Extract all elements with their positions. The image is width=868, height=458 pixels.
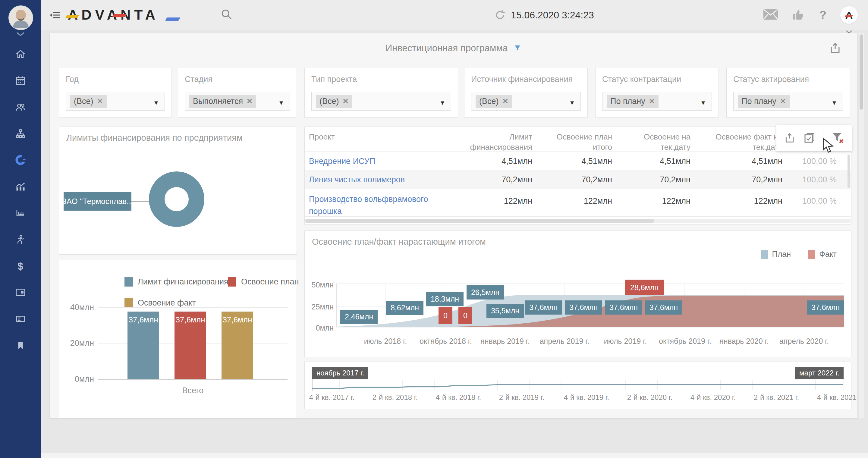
chip-remove-icon[interactable]: ✕ [780,97,786,105]
dropdown-caret-icon[interactable]: ▼ [569,99,575,106]
team-icon[interactable] [14,101,27,113]
quarter-tick: 2-й кв. 2020 г. [621,393,678,402]
dropdown-caret-icon[interactable]: ▼ [439,99,445,106]
range-end-handle[interactable]: март 2022 г. [795,367,844,379]
filter-year: Год (Все)✕ ▼ [59,68,172,118]
mail-icon[interactable] [763,8,778,22]
scrollbar-thumb[interactable] [860,34,863,110]
help-icon[interactable]: ? [819,9,827,22]
logo-blue-mark [165,18,180,21]
home-icon[interactable] [14,48,27,60]
title-filter-funnel-icon[interactable] [513,44,522,53]
table-export-icon[interactable] [784,131,796,144]
table-row[interactable]: Производство вольфврамового порошка 122м… [305,189,851,217]
dropdown-caret-icon[interactable]: ▼ [700,99,706,106]
chip-remove-icon[interactable]: ✕ [502,97,508,105]
filter-label: Источник финансирования [471,75,572,84]
range-sparkline[interactable] [312,377,844,391]
x-tick: апрель 2020 г. [778,337,830,346]
dropdown-caret-icon[interactable]: ▼ [153,99,159,106]
quarter-tick: 2-й кв. 2019 г. [493,393,550,402]
legend-swatch-gold [124,298,133,308]
cell-on-date: 4,51млн [630,157,690,166]
advanta-logo[interactable]: ADVANTA [68,7,182,24]
user-avatar[interactable] [8,5,33,30]
column-header-fact-on-date[interactable]: Освоение факт на тек.дату [710,132,782,152]
project-link[interactable]: Линия чистых полимеров [309,173,405,186]
filter-contracting-status-select[interactable]: По плану✕ ▼ [602,92,712,110]
refresh-icon[interactable] [494,9,506,21]
menu-collapse-icon[interactable] [49,9,61,21]
account-chevron-down-icon [846,24,852,36]
calendar-icon[interactable] [14,75,27,86]
column-header-on-date[interactable]: Освоение на тек.дату [627,132,690,152]
cards-icon[interactable] [14,314,27,325]
bar-value-label: 37,6млн [127,315,159,325]
filter-chip: (Все)✕ [70,95,107,108]
cell-limit: 70,2млн [472,175,532,185]
filter-chip: (Все)✕ [316,95,352,108]
project-link[interactable]: Производство вольфврамового порошка [309,193,430,217]
search-icon[interactable] [220,8,233,21]
x-tick: январь 2020 г. [718,337,770,346]
legend-item: Факт [808,250,837,259]
filter-chip: Выполняется✕ [189,95,256,108]
plan-data-label: 2,46млн [340,310,378,324]
org-structure-icon[interactable] [14,128,27,139]
table-row[interactable]: Внедрение ИСУП 4,51млн 4,51млн 4,51млн 4… [305,152,851,170]
column-header-limit[interactable]: Лимит финансирования [460,132,532,152]
filter-project-type-select[interactable]: (Все)✕ ▼ [311,92,451,110]
gridline [98,307,287,308]
reports-icon[interactable] [14,207,27,219]
filter-acting-status: Статус актирования По плану✕ ▼ [726,68,850,118]
finance-icon[interactable]: $ [14,260,27,272]
account-menu[interactable]: A [840,6,858,24]
filter-acting-status-select[interactable]: По плану✕ ▼ [733,92,843,110]
dropdown-caret-icon[interactable]: ▼ [278,99,284,106]
row-divider [305,216,851,217]
screens-icon[interactable] [14,287,27,298]
bookmark-icon[interactable] [14,340,27,351]
x-tick: июль 2018 г. [360,337,411,346]
column-header-plan-total[interactable]: Освоение план итого [549,132,612,152]
filter-label: Статус контрактации [602,75,681,84]
project-link[interactable]: Внедрение ИСУП [309,155,375,167]
chip-remove-icon[interactable]: ✕ [247,97,253,105]
chip-remove-icon[interactable]: ✕ [97,97,103,105]
thumbs-up-icon[interactable] [791,8,807,22]
bottom-strip [41,453,868,458]
dropdown-caret-icon[interactable]: ▼ [831,99,837,106]
account-initial: A [845,9,853,21]
filter-label: Тип проекта [311,75,357,84]
page-title: Инвестиционная программа [385,43,508,54]
activity-icon[interactable] [14,234,27,245]
bar-limit: 37,6млн [127,312,159,379]
filter-funding-source-select[interactable]: (Все)✕ ▼ [471,92,581,110]
chip-remove-icon[interactable]: ✕ [649,97,655,105]
table-vertical-scrollbar[interactable] [847,155,850,188]
portfolio-dashboard-icon[interactable] [14,154,27,166]
filter-stage-select[interactable]: Выполняется✕ ▼ [185,92,290,110]
dashboard-export-icon[interactable] [829,41,842,55]
x-axis-label: Всего [98,386,287,395]
chip-remove-icon[interactable]: ✕ [343,97,349,105]
filter-chip: По плану✕ [738,95,789,108]
range-start-handle[interactable]: ноябрь 2017 г. [312,367,368,379]
y-tick: 50млн [307,281,334,289]
quarter-tick: 4-й кв. 2020 г. [684,393,742,402]
scrollbar-thumb[interactable] [305,219,654,223]
quarter-tick: 4-й кв. 2018 г. [430,393,487,402]
table-row[interactable]: Линия чистых полимеров 70,2млн 70,2млн 7… [305,170,851,189]
analytics-icon[interactable] [14,181,27,192]
table-horizontal-scrollbar[interactable] [305,219,850,223]
cell-on-date: 122млн [630,196,690,206]
range-line [312,385,843,388]
content-area: Инвестиционная программа Год (Все)✕ ▼ Ст… [41,30,868,458]
x-tick: июль 2019 г. [600,337,651,346]
column-header-project[interactable]: Проект [309,132,399,142]
page-vertical-scrollbar[interactable] [859,33,864,418]
filter-year-select[interactable]: (Все)✕ ▼ [66,92,165,110]
avatar-chevron-down-icon[interactable] [15,31,26,37]
table-columns-select-icon[interactable] [803,132,815,144]
plan-data-label: 26,5млн [467,285,504,299]
